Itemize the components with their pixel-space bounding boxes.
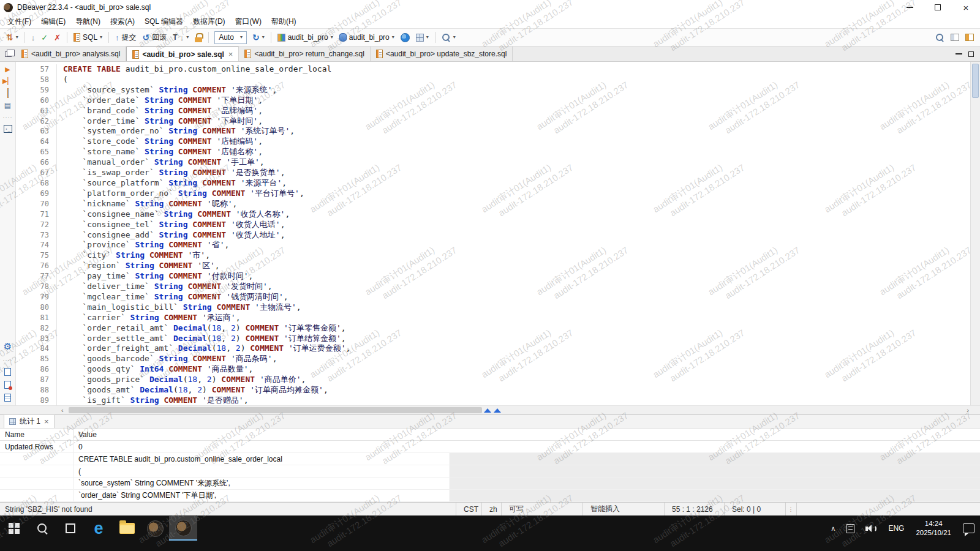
sash-restore-down-icon[interactable] [494, 408, 501, 413]
code-line[interactable]: 73 `consignee_add` String COMMENT '收货人地址… [16, 230, 970, 241]
execute-statement-icon[interactable]: ▶ [5, 66, 10, 73]
quick-search-button[interactable] [933, 30, 947, 45]
menu-item[interactable]: 帮助(H) [266, 15, 301, 28]
code-line[interactable]: 59 `source_system` String COMMENT '来源系统'… [16, 85, 970, 96]
table-row[interactable]: ( [0, 465, 980, 478]
editor-tab[interactable]: <audit_bi_pro> analysis.sql [16, 47, 126, 61]
code-line[interactable]: 68 `source_platform` String COMMENT '来源平… [16, 178, 970, 189]
code-line[interactable]: 81 `carrier` String COMMENT '承运商', [16, 313, 970, 323]
code-line[interactable]: 85 `goods_barcode` String COMMENT '商品条码'… [16, 354, 970, 364]
code-line[interactable]: 61 `brand_code` String COMMENT '品牌编码', [16, 106, 970, 116]
code-line[interactable]: 60 `order_date` String COMMENT '下单日期', [16, 96, 970, 106]
code-line[interactable]: 69 `platform_order_no` String COMMENT '平… [16, 189, 970, 199]
toggle-editor-panel-button[interactable] [963, 30, 976, 45]
menu-item[interactable]: 搜索(A) [105, 15, 140, 28]
code-line[interactable]: 71 `consignee_name` String COMMENT '收货人名… [16, 209, 970, 220]
code-line[interactable]: 78 `deliver_time` String COMMENT '发货时间', [16, 282, 970, 292]
language-indicator[interactable]: ENG [883, 516, 910, 541]
table-row[interactable]: Updated Rows0 [0, 441, 980, 453]
gear-icon[interactable]: ⚙ [4, 341, 12, 352]
column-header-name[interactable]: Name [0, 429, 74, 440]
save-file-alert-icon[interactable] [4, 381, 11, 389]
volume-button[interactable] [860, 516, 883, 541]
table-row[interactable]: `source_system` String COMMENT '来源系统', [0, 478, 980, 490]
rollback-button[interactable]: ↺ 回滚 [140, 30, 170, 45]
code-line[interactable]: 77 `pay_time` String COMMENT '付款时间', [16, 271, 970, 282]
menu-item[interactable]: 数据库(D) [188, 15, 230, 28]
auto-commit-select[interactable]: Auto ▾ [214, 31, 247, 44]
code-line[interactable]: 66 `manual_order` String COMMENT '手工单', [16, 157, 970, 168]
code-line[interactable]: 63 `system_order_no` String COMMENT '系统订… [16, 126, 970, 137]
code-line[interactable]: 67 `is_swap_order` String COMMENT '是否换货单… [16, 168, 970, 178]
start-button[interactable] [0, 516, 28, 541]
file-explorer-button[interactable] [113, 516, 141, 541]
table-row[interactable]: CREATE TABLE audit_bi_pro.custom_online_… [0, 453, 980, 465]
taskbar-search-button[interactable] [28, 516, 56, 541]
restore-panels-button[interactable] [0, 47, 16, 61]
scrollbar-thumb[interactable] [69, 407, 482, 413]
status-insert-mode[interactable]: 智能插入 [582, 503, 664, 515]
transaction-mode-button[interactable]: T ↓ ▾ [170, 30, 191, 45]
column-header-value[interactable]: Value [74, 430, 980, 439]
tray-expand-button[interactable]: ∧ [825, 516, 841, 541]
dbeaver-taskbar-button[interactable] [141, 516, 169, 541]
code-line[interactable]: 86 `goods_qty` Int64 COMMENT '商品数量', [16, 364, 970, 375]
ime-button[interactable] [841, 516, 860, 541]
code-line[interactable]: 83 `order_settle_amt` Decimal(18, 2) COM… [16, 334, 970, 344]
editor-horizontal-scrollbar[interactable]: ‹ › [0, 405, 980, 414]
commit-button[interactable]: ↑ 提交 [113, 30, 139, 45]
menu-item[interactable]: 文件(F) [2, 15, 36, 28]
search-dropdown-button[interactable]: ▾ [439, 30, 458, 45]
code-line[interactable]: 87 `goods_price` Decimal(18, 2) COMMENT … [16, 375, 970, 385]
sash-restore-up-icon[interactable] [484, 408, 491, 413]
scroll-right-icon[interactable]: › [967, 406, 969, 414]
code-line[interactable]: 64 `store_code` String COMMENT '店铺编码', [16, 137, 970, 147]
database-select[interactable]: audit_bi_pro ▾ [337, 30, 397, 45]
editor-tab[interactable]: <audit_bi_pro> update_sbz_store.sql [371, 47, 513, 61]
sql-editor[interactable]: 57CREATE TABLE audit_bi_pro.custom_onlin… [16, 62, 970, 405]
tab-close-icon[interactable]: × [228, 50, 233, 59]
menu-item[interactable]: 导航(N) [70, 15, 105, 28]
editor-vertical-scrollbar[interactable] [970, 62, 980, 405]
code-line[interactable]: 57CREATE TABLE audit_bi_pro.custom_onlin… [16, 64, 970, 75]
minimize-view-icon[interactable] [956, 53, 962, 54]
connection-select[interactable]: audit_bi_pro ▾ [275, 30, 336, 45]
editor-tab[interactable]: <audit_bi_pro> sale.sql× [126, 47, 239, 61]
table-row[interactable]: `order_date` String COMMENT '下单日期', [0, 490, 980, 502]
code-line[interactable]: 84 `order_freight_amt` Decimal(18, 2) CO… [16, 343, 970, 354]
apply-changes-button[interactable]: ✓ [39, 30, 50, 45]
discard-changes-button[interactable]: ✗ [51, 30, 63, 45]
task-view-button[interactable] [56, 516, 85, 541]
execute-script-icon[interactable]: ▶▏ [2, 78, 13, 84]
menu-item[interactable]: SQL 编辑器 [140, 15, 188, 28]
explain-plan-icon[interactable] [7, 89, 9, 97]
editor-tab[interactable]: <audit_bi_pro> return_change.sql [239, 47, 370, 61]
terminal-icon[interactable]: ›_ [4, 125, 12, 133]
maximize-button[interactable] [924, 0, 952, 15]
status-selection[interactable]: Sel: 0 | 0 [724, 503, 785, 515]
status-language[interactable]: zh [481, 503, 501, 515]
export-file-icon[interactable] [4, 368, 11, 376]
status-timezone[interactable]: CST [456, 503, 481, 515]
fetch-next-button[interactable]: ↓ [29, 30, 38, 45]
code-line[interactable]: 79 `mgclear_time` String COMMENT '钱货两清时间… [16, 292, 970, 302]
minimize-button[interactable] [895, 0, 924, 15]
taskbar-clock[interactable]: 14:24 2025/10/21 [910, 519, 957, 538]
code-line[interactable]: 65 `store_name` String COMMENT '店铺名称', [16, 147, 970, 157]
code-line[interactable]: 58( [16, 75, 970, 85]
edge-browser-button[interactable]: e [85, 516, 113, 541]
lock-button[interactable] [192, 30, 205, 45]
result-layout-button[interactable]: ▾ [413, 30, 431, 45]
status-caret-position[interactable]: 55 : 1 : 2126 [664, 503, 724, 515]
menu-item[interactable]: 窗口(W) [230, 15, 266, 28]
code-line[interactable]: 62 `order_time` String COMMENT '下单时间', [16, 116, 970, 127]
scroll-left-icon[interactable]: ‹ [61, 406, 64, 414]
code-line[interactable]: 89 `is_gift` String COMMENT '是否赠品', [16, 395, 970, 405]
execute-sql-button[interactable]: SQL ▾ [71, 30, 105, 45]
code-line[interactable]: 75 `city` String COMMENT '市', [16, 250, 970, 261]
code-line[interactable]: 82 `order_retail_amt` Decimal(18, 2) COM… [16, 323, 970, 334]
globe-button[interactable] [398, 30, 412, 45]
output-grid-icon[interactable]: ▤ [4, 102, 11, 109]
action-center-button[interactable] [957, 516, 980, 541]
code-line[interactable]: 70 `nickname` String COMMENT '昵称', [16, 199, 970, 209]
